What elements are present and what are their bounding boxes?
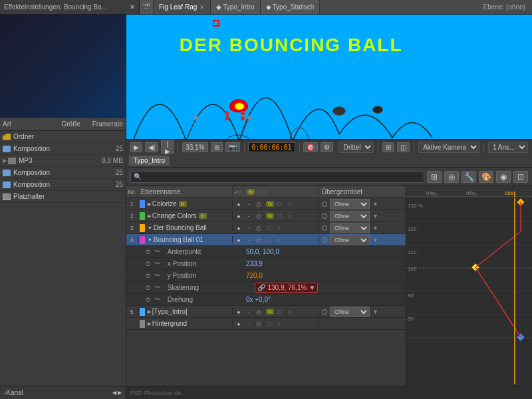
über-arrow[interactable]: ▼ [372, 213, 378, 219]
step-back-btn[interactable]: ◀| [145, 142, 159, 152]
list-item[interactable]: Komposition 25 [0, 143, 126, 155]
lock-icon[interactable]: - [244, 200, 253, 209]
collapse-icon[interactable]: □ [275, 307, 284, 317]
expand-triangle[interactable]: ▶ [148, 201, 151, 207]
tool-btn-3[interactable]: 🔧 [462, 171, 476, 183]
über-dropdown[interactable]: Ohne [330, 199, 370, 209]
über-arrow[interactable]: ▼ [372, 309, 378, 315]
collapse-icon[interactable]: □ [264, 235, 273, 245]
lock-icon[interactable]: - [244, 319, 253, 329]
quality-icon[interactable]: ○ [285, 307, 294, 317]
expand-triangle[interactable]: ▼ [148, 237, 152, 242]
prop-value-yposition[interactable]: 720,0 [243, 272, 330, 279]
fx-icon[interactable]: fx [266, 309, 274, 315]
camera-icon-btn[interactable]: 📷 [225, 142, 240, 152]
solo-icon[interactable]: ◎ [254, 319, 263, 329]
lock-icon[interactable]: - [244, 211, 253, 221]
tool-btn-5[interactable]: ◉ [496, 171, 511, 183]
render-btn[interactable]: 🎯 [303, 142, 318, 152]
prop-row-ankerpunkt[interactable]: ⏱ 〜 Ankerpunkt 50,0, 100,0 [126, 246, 406, 258]
layer-row[interactable]: 5 ▶ [Typo_Intro] - ◎ fx □ ○ [126, 306, 406, 318]
list-item[interactable]: Komposition 25 [0, 167, 126, 179]
list-item[interactable]: Ordner [0, 131, 126, 143]
fx-icon[interactable]: fx [266, 201, 274, 207]
list-item[interactable]: Komposition 25 [0, 179, 126, 191]
prop-row-drehung[interactable]: ⏱ 〜 Drehung 0x +0,0° [126, 294, 406, 306]
expand-triangle[interactable]: ▼ [148, 225, 152, 230]
quality-icon[interactable]: ○ [274, 319, 283, 329]
close-panel-btn[interactable]: ✕ [130, 3, 135, 11]
expand-skalierung-icon[interactable]: ▼ [309, 284, 315, 291]
über-arrow[interactable]: ▼ [372, 201, 378, 207]
lock-icon[interactable]: - [244, 307, 253, 317]
play-btn[interactable]: ▶ [130, 142, 142, 152]
eye-icon[interactable] [234, 235, 243, 245]
kanal-arrow-icon[interactable]: ◀ ▶ [112, 390, 122, 396]
lock-icon[interactable]: - [244, 223, 253, 233]
stopwatch-icon[interactable]: ⏱ [144, 295, 153, 305]
collapse-icon[interactable]: □ [264, 319, 273, 329]
über-arrow[interactable]: ▼ [372, 237, 378, 243]
über-dropdown[interactable]: Ohne [330, 307, 370, 317]
fx-icon[interactable]: fx [266, 213, 274, 219]
solo-icon[interactable]: ◎ [254, 307, 263, 317]
über-arrow[interactable]: ▼ [372, 225, 378, 231]
prop-row-yposition[interactable]: ⏱ 〜 y Position 720,0 [126, 270, 406, 282]
quality-icon[interactable]: ○ [274, 223, 283, 233]
overlay-btn[interactable]: ◫ [397, 142, 410, 152]
prop-row-skalierung[interactable]: ⏱ 〜 Skalierung 🔗 130,9, 76,1% ▼ [126, 282, 406, 294]
prop-row-xposition[interactable]: ⏱ 〜 x Position 233,9 [126, 258, 406, 270]
tab-typo-statisch[interactable]: ◆ Typo_Statisch [261, 0, 321, 14]
stopwatch-icon[interactable]: ⏱ [144, 283, 153, 293]
collapse-icon[interactable]: □ [275, 200, 284, 209]
solo-icon[interactable]: ◎ [254, 211, 263, 221]
view-dropdown[interactable]: Drittel [338, 142, 374, 153]
layer-row[interactable]: 1 ▶ Colorize fx - ◎ fx □ [126, 198, 406, 210]
quality-icon[interactable]: ○ [274, 235, 283, 245]
lock-icon[interactable]: - [244, 235, 253, 245]
solo-icon[interactable]: ◎ [254, 223, 263, 233]
tab-fig-leaf-rag[interactable]: Fig Leaf Rag ✕ [154, 0, 211, 14]
expand-triangle[interactable]: ▶ [148, 213, 151, 219]
solo-icon[interactable]: ◎ [254, 235, 263, 245]
prop-value-xposition[interactable]: 233,9 [243, 260, 330, 267]
layer-row[interactable]: 4 ▼ Bouncing Ball 01 - ◎ □ ○ [126, 234, 406, 246]
solo-icon[interactable]: ◎ [254, 200, 263, 209]
tab-close-icon[interactable]: ✕ [200, 4, 205, 11]
tool-btn-6[interactable]: ⊡ [513, 171, 528, 183]
layer-row[interactable]: 2 ▶ Change Colors fx - ◎ fx □ [126, 210, 406, 222]
timeline-search[interactable] [130, 171, 424, 183]
list-item[interactable]: ▶ MP3 8,0 MB [0, 155, 126, 167]
fit-btn[interactable]: ⊞ [211, 142, 223, 152]
options-btn[interactable]: ⚙ [321, 142, 333, 152]
über-dropdown[interactable]: Ohne [330, 235, 370, 245]
tool-btn-2[interactable]: ◎ [444, 171, 459, 183]
eye-icon[interactable] [234, 223, 243, 233]
prop-value-ankerpunkt[interactable]: 50,0, 100,0 [243, 248, 330, 255]
timecode[interactable]: 0:00:06:01 [248, 142, 295, 152]
tool-btn-1[interactable]: ⊞ [427, 171, 442, 183]
tab-typo-intro[interactable]: ◆ Typo_Intro [211, 0, 260, 14]
quality-icon[interactable]: ○ [285, 200, 294, 209]
collapse-icon[interactable]: □ [264, 223, 273, 233]
stopwatch-icon[interactable]: ⏱ [144, 247, 153, 257]
zoom-label[interactable]: 33,1% [182, 142, 207, 152]
tab-typo-intro[interactable]: Typo_Intro [129, 156, 170, 166]
list-item[interactable]: Platzhalter [0, 191, 126, 203]
stopwatch-icon[interactable]: ⏱ [144, 271, 153, 281]
prop-value-drehung[interactable]: 0x +0,0° [243, 296, 330, 303]
prop-value-skalierung[interactable]: 🔗 130,9, 76,1% ▼ [255, 283, 318, 293]
layer-row[interactable]: 3 ▼ Der Bouncing Ball - ◎ □ ○ [126, 222, 406, 234]
über-dropdown[interactable]: Ohne [330, 211, 370, 221]
quality-icon[interactable]: ○ [285, 211, 294, 221]
camera-dropdown[interactable]: Aktive Kamera [418, 142, 479, 153]
stopwatch-icon[interactable]: ⏱ [144, 259, 153, 269]
expand-triangle[interactable]: ▶ [148, 321, 151, 327]
tool-btn-4[interactable]: 🎨 [479, 171, 493, 183]
expand-triangle[interactable]: ▶ [148, 309, 151, 315]
output-dropdown[interactable]: 1 Ans... [488, 142, 528, 153]
collapse-icon[interactable]: □ [275, 211, 284, 221]
grid-btn[interactable]: ⊞ [382, 142, 394, 152]
eye-icon[interactable] [234, 319, 243, 329]
über-dropdown[interactable]: Ohne [330, 223, 370, 233]
